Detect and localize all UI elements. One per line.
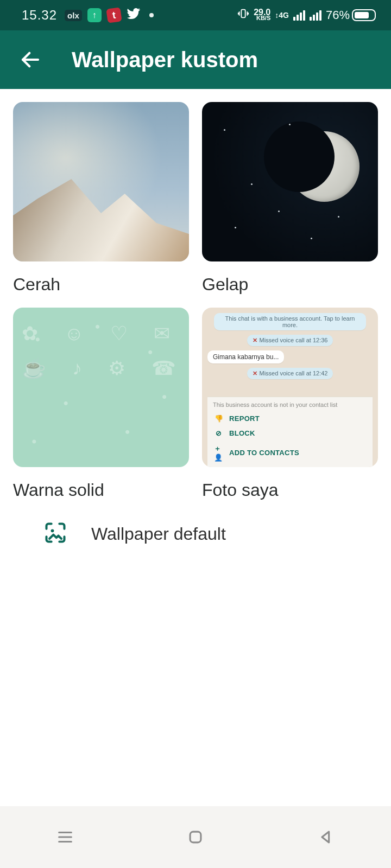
page-title: Wallpaper kustom xyxy=(72,48,258,72)
chat-action-block: ⊘BLOCK xyxy=(213,426,367,441)
chat-action-report: 👎REPORT xyxy=(213,411,367,426)
wallpaper-label: Warna solid xyxy=(13,480,189,500)
wallpaper-default-icon xyxy=(43,521,67,547)
wallpaper-thumb-solid xyxy=(13,308,189,467)
mobile-data-icon: ↕4G xyxy=(275,11,289,20)
triangle-left-icon xyxy=(317,828,335,846)
block-icon: ⊘ xyxy=(214,429,224,437)
wallpaper-option-solid[interactable]: Warna solid xyxy=(13,308,189,500)
wallpaper-option-myphotos[interactable]: This chat is with a business account. Ta… xyxy=(202,308,378,500)
thumb-down-icon: 👎 xyxy=(214,414,224,423)
wallpaper-thumb-gelap xyxy=(202,102,378,261)
upload-notif-icon: ↑ xyxy=(87,8,102,22)
system-nav-bar xyxy=(0,806,391,868)
menu-icon xyxy=(56,828,74,846)
wallpaper-option-cerah[interactable]: Cerah xyxy=(13,102,189,295)
chat-contact-note: This business account is not in your con… xyxy=(213,401,367,408)
app-bar: Wallpaper kustom xyxy=(0,30,391,89)
more-notif-dot-icon xyxy=(149,13,154,17)
net-speed-indicator: 29.0 KB/S xyxy=(254,9,270,21)
chat-info-pill: This chat is with a business account. Ta… xyxy=(214,313,366,330)
chat-missed-call-pill: ✕Missed voice call at 12:36 xyxy=(247,335,333,346)
signal-1-icon xyxy=(293,10,305,21)
svg-rect-6 xyxy=(190,832,201,843)
svg-rect-0 xyxy=(241,10,245,18)
wallpaper-label: Foto saya xyxy=(202,480,378,500)
square-icon xyxy=(186,828,205,846)
nav-recents-button[interactable] xyxy=(33,821,98,853)
back-button[interactable] xyxy=(16,46,45,74)
olx-notif-icon: olx xyxy=(65,10,82,21)
wallpaper-label: Gelap xyxy=(202,275,378,295)
moon-icon xyxy=(289,131,360,202)
wallpaper-default-label: Wallpaper default xyxy=(91,524,226,544)
app-notif-icon: t xyxy=(106,7,122,23)
wallpaper-thumb-myphotos: This chat is with a business account. Ta… xyxy=(202,308,378,467)
nav-home-button[interactable] xyxy=(163,821,228,853)
wallpaper-label: Cerah xyxy=(13,275,189,295)
battery-indicator: 76% xyxy=(326,8,376,22)
wallpaper-option-gelap[interactable]: Gelap xyxy=(202,102,378,295)
signal-2-icon xyxy=(310,10,321,21)
twitter-notif-icon xyxy=(127,7,141,24)
clock: 15.32 xyxy=(22,8,57,23)
svg-point-2 xyxy=(51,529,54,532)
wallpaper-thumb-cerah xyxy=(13,102,189,261)
battery-icon xyxy=(352,9,376,21)
chat-action-add: ＋👤ADD TO CONTACTS xyxy=(213,441,367,465)
chat-bubble: Gimana kabarnya bu... xyxy=(207,350,284,363)
vibrate-icon xyxy=(237,7,249,23)
add-contact-icon: ＋👤 xyxy=(214,444,224,462)
nav-back-button[interactable] xyxy=(293,821,358,853)
status-bar: 15.32 olx ↑ t 29.0 KB/S ↕4G 76% xyxy=(0,0,391,30)
wallpaper-default-button[interactable]: Wallpaper default xyxy=(13,500,378,547)
arrow-left-icon xyxy=(19,48,42,71)
chat-missed-call-pill: ✕Missed voice call at 12:42 xyxy=(247,368,333,379)
wallpaper-options: Cerah Gelap Warna solid xyxy=(0,89,391,547)
